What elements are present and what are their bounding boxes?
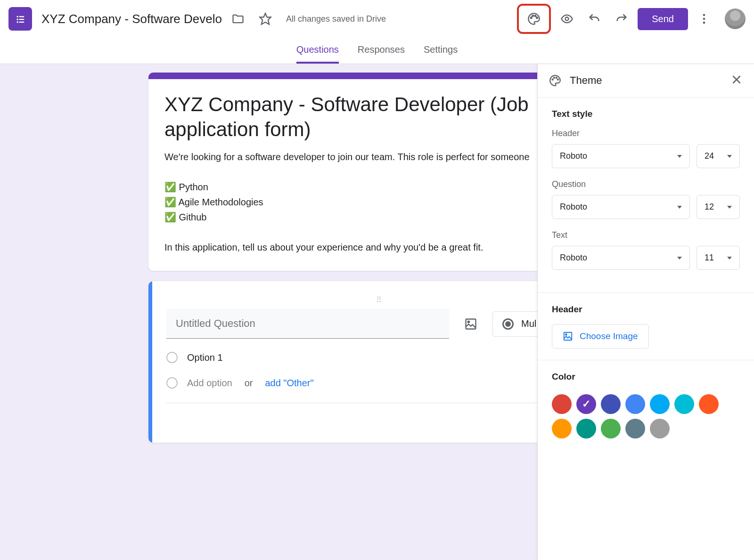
radio-icon [502, 318, 514, 330]
theme-panel: Theme Text style Header Roboto 24 Questi… [537, 64, 754, 560]
text-style-title: Text style [552, 109, 740, 119]
question-title-input[interactable] [166, 309, 449, 339]
forms-logo-icon[interactable] [8, 7, 32, 31]
header-font-select[interactable]: Roboto [552, 144, 690, 168]
theme-panel-title: Theme [570, 74, 722, 87]
chevron-down-icon [727, 257, 732, 260]
svg-point-8 [531, 17, 532, 18]
question-font-label: Question [552, 179, 740, 189]
svg-point-11 [536, 17, 538, 18]
color-swatch[interactable] [601, 419, 621, 438]
tab-settings[interactable]: Settings [424, 44, 458, 64]
undo-icon[interactable] [583, 8, 606, 30]
header-font-label: Header [552, 129, 740, 138]
svg-point-5 [16, 21, 18, 23]
theme-button-highlight [517, 4, 551, 34]
top-toolbar: XYZ Company - Software Develo All change… [0, 0, 754, 38]
color-swatch[interactable] [699, 394, 719, 414]
tab-questions[interactable]: Questions [296, 44, 339, 64]
svg-marker-7 [260, 13, 270, 24]
header-image-section: Header Choose Image [538, 293, 754, 360]
close-icon[interactable] [730, 73, 743, 88]
chevron-down-icon [677, 206, 682, 209]
more-icon[interactable] [693, 8, 715, 30]
color-swatch[interactable] [674, 394, 694, 414]
form-title[interactable]: XYZ Company - Software Developer (Job ap… [164, 92, 590, 142]
radio-empty-icon [166, 352, 178, 363]
add-image-icon[interactable] [459, 313, 482, 335]
customize-theme-icon[interactable] [523, 8, 545, 30]
preview-icon[interactable] [556, 8, 578, 30]
chevron-down-icon [677, 155, 682, 158]
header-section-title: Header [552, 304, 740, 315]
text-style-section: Text style Header Roboto 24 Question Rob… [538, 97, 754, 293]
svg-point-22 [557, 79, 558, 80]
color-section-title: Color [552, 372, 740, 382]
move-folder-icon[interactable] [227, 8, 249, 30]
svg-point-13 [703, 14, 705, 16]
star-icon[interactable] [254, 8, 277, 30]
svg-rect-23 [564, 333, 572, 341]
color-swatch[interactable] [576, 394, 596, 414]
chevron-down-icon [677, 257, 682, 260]
header-size-select[interactable]: 24 [697, 144, 740, 168]
text-font-select[interactable]: Roboto [552, 246, 690, 270]
svg-point-24 [566, 334, 567, 335]
user-avatar[interactable] [725, 8, 746, 29]
chevron-down-icon [727, 155, 732, 158]
save-status: All changes saved in Drive [286, 14, 386, 24]
drag-handle-icon[interactable]: ⠿ [166, 295, 591, 304]
question-type-label: Mul [521, 318, 536, 329]
text-size-select[interactable]: 11 [697, 246, 740, 270]
theme-panel-header: Theme [538, 64, 754, 97]
chevron-down-icon [727, 206, 732, 209]
color-swatch[interactable] [650, 419, 670, 438]
svg-point-21 [556, 77, 557, 78]
svg-rect-4 [19, 19, 24, 20]
question-footer [166, 403, 591, 429]
send-button[interactable]: Send [638, 8, 688, 30]
color-swatch[interactable] [625, 394, 645, 414]
add-other-button[interactable]: add "Other" [265, 378, 313, 389]
color-swatch[interactable] [552, 419, 572, 438]
color-section: Color [538, 360, 754, 450]
option-row-1[interactable]: Option 1 [166, 352, 591, 363]
svg-point-10 [535, 15, 536, 16]
color-swatch[interactable] [625, 419, 645, 438]
svg-point-1 [16, 16, 18, 18]
option-text[interactable]: Option 1 [187, 352, 223, 363]
image-icon [563, 331, 573, 341]
add-option-button[interactable]: Add option [187, 378, 232, 389]
svg-point-17 [468, 321, 470, 323]
palette-icon [549, 74, 561, 87]
tab-bar: Questions Responses Settings [0, 38, 754, 64]
svg-rect-6 [19, 22, 24, 23]
svg-rect-2 [19, 16, 24, 17]
svg-point-14 [703, 18, 705, 20]
color-swatches [552, 391, 740, 438]
redo-icon[interactable] [610, 8, 633, 30]
color-swatch[interactable] [576, 419, 596, 438]
document-title[interactable]: XYZ Company - Software Develo [41, 12, 222, 26]
text-font-label: Text [552, 230, 740, 240]
svg-point-3 [16, 18, 18, 20]
svg-point-15 [703, 22, 705, 24]
choose-image-button[interactable]: Choose Image [552, 324, 649, 349]
question-font-select[interactable]: Roboto [552, 195, 690, 219]
question-accent [148, 281, 152, 443]
svg-point-12 [566, 17, 569, 21]
form-description[interactable]: We're looking for a software developer t… [164, 149, 590, 255]
svg-rect-16 [466, 319, 476, 329]
svg-point-19 [552, 79, 553, 80]
tab-responses[interactable]: Responses [358, 44, 405, 64]
choose-image-label: Choose Image [580, 331, 638, 341]
color-swatch[interactable] [650, 394, 670, 414]
svg-point-9 [533, 15, 534, 16]
color-swatch[interactable] [601, 394, 621, 414]
or-label: or [245, 378, 253, 389]
svg-point-20 [554, 77, 555, 78]
question-size-select[interactable]: 12 [697, 195, 740, 219]
add-option-row: Add option or add "Other" [166, 377, 591, 389]
radio-empty-icon [166, 377, 178, 389]
color-swatch[interactable] [552, 394, 572, 414]
